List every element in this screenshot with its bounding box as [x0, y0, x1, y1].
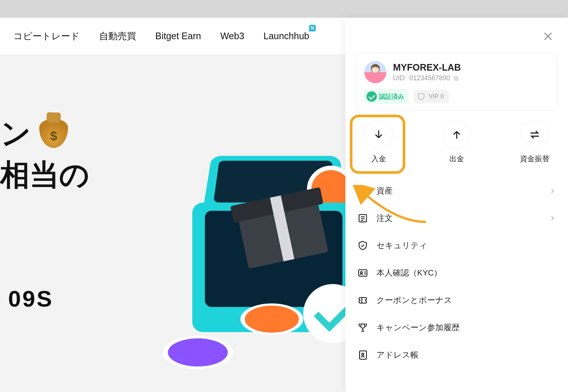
svg-rect-4: [359, 270, 367, 276]
transfer-icon: [528, 128, 541, 141]
menu-orders[interactable]: 注文: [356, 205, 558, 232]
svg-point-5: [361, 271, 362, 273]
nav-launchhub[interactable]: Launchhub N: [264, 31, 310, 41]
new-badge: N: [309, 25, 316, 31]
close-button[interactable]: [542, 30, 554, 42]
user-name: MYFOREX-LAB: [393, 62, 461, 73]
nav-earn[interactable]: Bitget Earn: [155, 31, 201, 41]
transfer-label: 資金振替: [520, 154, 550, 164]
menu-coupons-label: クーポンとボーナス: [376, 295, 452, 306]
trophy-icon: [357, 322, 368, 333]
uid-value: 01234567890: [409, 74, 450, 82]
menu-security-label: セキュリティ: [376, 240, 427, 251]
arrow-up-icon: [450, 128, 463, 141]
vip-label: VIP 0: [429, 93, 444, 100]
moneybag-icon: [39, 119, 68, 148]
nav-launchhub-label: Launchhub: [264, 31, 310, 41]
highlight-ring: [350, 115, 405, 174]
vip-badge: VIP 0: [414, 90, 449, 103]
menu-assets-label: 資産: [376, 185, 393, 196]
nav-web3[interactable]: Web3: [220, 31, 244, 41]
menu-campaign-label: キャンペーン参加履歴: [376, 322, 460, 333]
avatar: [364, 61, 386, 83]
verified-icon: [366, 91, 377, 102]
hero-line2: 万円相当の: [0, 155, 89, 195]
menu-kyc-label: 本人確認（KYC）: [376, 267, 442, 278]
menu-assets[interactable]: 資産: [356, 177, 558, 205]
menu-addressbook[interactable]: アドレス帳: [356, 341, 558, 369]
nav-copytrade[interactable]: コピートレード: [13, 30, 80, 42]
account-panel: MYFOREX-LAB UID: 01234567890 認証済み V: [345, 18, 568, 392]
verified-badge: 認証済み: [364, 89, 409, 104]
svg-point-7: [362, 353, 364, 355]
id-icon: [357, 267, 368, 278]
nav-autotrade[interactable]: 自動売買: [99, 30, 136, 42]
uid-label: UID:: [393, 74, 406, 82]
withdraw-button[interactable]: 出金: [435, 121, 479, 164]
uid-row: UID: 01234567890: [393, 74, 461, 82]
quick-actions: 入金 出金 資金振替: [356, 121, 558, 164]
ticket-icon: [357, 295, 368, 306]
addressbook-icon: [357, 349, 368, 361]
svg-rect-1: [454, 76, 457, 79]
deposit-button[interactable]: 入金: [356, 121, 401, 164]
transfer-button[interactable]: 資金振替: [513, 121, 557, 164]
shield-icon: [417, 92, 426, 101]
menu-kyc[interactable]: 本人確認（KYC）: [356, 259, 558, 287]
hero-line1-text: ペーン: [0, 117, 31, 150]
svg-rect-0: [455, 77, 458, 80]
user-card: MYFOREX-LAB UID: 01234567890 認証済み V: [356, 53, 558, 111]
chevron-right-icon: [549, 214, 556, 222]
menu-coupons[interactable]: クーポンとボーナス: [356, 287, 558, 314]
wallet-icon: [357, 185, 368, 196]
verified-label: 認証済み: [379, 92, 404, 101]
menu-campaign[interactable]: キャンペーン参加履歴: [356, 314, 558, 341]
hero-timer: 09S: [8, 285, 53, 312]
hero-line1: ペーン: [0, 114, 68, 154]
menu-orders-label: 注文: [376, 213, 393, 224]
orders-icon: [357, 213, 368, 224]
shield-icon: [357, 240, 368, 251]
copy-icon[interactable]: [453, 75, 459, 81]
account-menu: 資産 注文 セキュリティ 本人確認（KYC）: [356, 177, 558, 369]
withdraw-label: 出金: [449, 154, 464, 164]
menu-security[interactable]: セキュリティ: [356, 232, 558, 259]
browser-chrome: [0, 0, 568, 18]
menu-addressbook-label: アドレス帳: [376, 349, 419, 361]
chevron-right-icon: [549, 187, 556, 195]
